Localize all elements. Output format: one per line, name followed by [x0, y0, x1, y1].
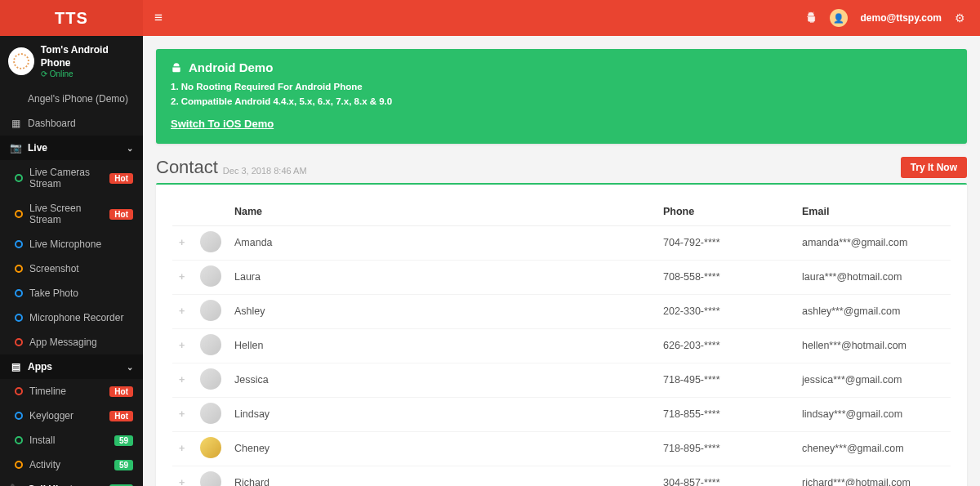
sidebar-item-phone[interactable]: 📞 Call Hisotry 484: [0, 477, 143, 486]
status-icon: [15, 265, 23, 273]
sidebar-item-live-5[interactable]: Microphone Recorder: [3, 305, 143, 330]
contact-avatar-icon: [200, 265, 221, 287]
sidebar-item-dashboard[interactable]: ▦ Dashboard: [0, 111, 143, 136]
contact-name: Hellen: [228, 328, 657, 363]
sidebar-item-live-0[interactable]: Live Cameras StreamHot: [3, 160, 143, 196]
expand-row-icon[interactable]: +: [172, 260, 194, 294]
sidebar-section-apps[interactable]: ▤ Apps ⌄: [0, 354, 143, 379]
sidebar-item-label: Screenshot: [29, 263, 133, 274]
sidebar-item-live-1[interactable]: Live Screen StreamHot: [3, 196, 143, 232]
contact-phone: 718-855-****: [657, 397, 795, 431]
expand-row-icon[interactable]: +: [172, 225, 194, 260]
contact-avatar-icon: [200, 334, 221, 355]
sidebar-item-iphone-demo[interactable]: Angel's iPhone (Demo): [0, 87, 143, 111]
contacts-card: Name Phone Email + Amanda 704-792-**** a…: [156, 183, 967, 486]
sidebar-section-live[interactable]: 📷 Live ⌄: [0, 136, 143, 160]
banner-title: Android Demo: [189, 60, 273, 74]
contact-avatar-icon: [200, 368, 221, 390]
status-icon: [15, 289, 23, 297]
contact-avatar-icon: [200, 403, 221, 424]
sidebar-item-apps-0[interactable]: Timeline Hot: [3, 379, 143, 404]
sidebar-item-apps-3[interactable]: Activity 59: [3, 453, 143, 477]
brand-logo[interactable]: TTS: [0, 0, 143, 36]
sidebar-item-label: Timeline: [29, 386, 103, 397]
contact-avatar-icon: [200, 471, 221, 486]
try-it-now-button[interactable]: Try It Now: [901, 157, 967, 178]
sidebar-item-live-4[interactable]: Take Photo: [3, 281, 143, 305]
user-avatar-icon[interactable]: 👤: [830, 9, 848, 27]
contact-name: Jessica: [228, 363, 657, 397]
banner-line: 1. No Rooting Required For Android Phone: [171, 79, 952, 94]
badge: 59: [114, 460, 133, 470]
sidebar-item-live-3[interactable]: Screenshot: [3, 256, 143, 281]
sidebar-item-apps-1[interactable]: Keylogger Hot: [3, 404, 143, 428]
sidebar-item-apps-2[interactable]: Install 59: [3, 428, 143, 453]
expand-row-icon[interactable]: +: [172, 466, 194, 486]
sidebar-item-live-6[interactable]: App Messaging: [3, 330, 143, 354]
table-row[interactable]: + Richard 304-857-**** richard***@hotmai…: [172, 466, 951, 486]
contact-email: richard***@hotmail.com: [795, 466, 951, 486]
dashboard-icon: ▦: [10, 118, 21, 129]
contact-email: lindsay***@gmail.com: [795, 397, 951, 431]
sidebar-item-label: Take Photo: [29, 288, 133, 299]
table-row[interactable]: + Amanda 704-792-**** amanda***@gmail.co…: [172, 225, 951, 260]
sidebar-item-label: Keylogger: [29, 410, 103, 421]
settings-icon[interactable]: ⚙: [955, 11, 965, 25]
expand-row-icon[interactable]: +: [172, 328, 194, 363]
sidebar: Tom's Android Phone Online Angel's iPhon…: [0, 36, 143, 486]
grid-icon: ▤: [10, 361, 21, 372]
contact-phone: 304-857-****: [657, 466, 795, 486]
contact-phone: 718-495-****: [657, 363, 795, 397]
device-panel[interactable]: Tom's Android Phone Online: [0, 36, 143, 87]
table-row[interactable]: + Hellen 626-203-**** hellen***@hotmail.…: [172, 328, 951, 363]
switch-demo-link[interactable]: Switch To iOS Demo: [171, 118, 274, 130]
expand-row-icon[interactable]: +: [172, 431, 194, 466]
menu-toggle-icon[interactable]: ≡: [143, 10, 174, 26]
contact-phone: 202-330-****: [657, 294, 795, 328]
device-status: Online: [41, 69, 135, 78]
brand-text: TTS: [55, 9, 88, 28]
status-icon: [15, 174, 23, 182]
contact-avatar-icon: [200, 300, 221, 321]
expand-row-icon[interactable]: +: [172, 294, 194, 328]
status-icon: [15, 436, 23, 444]
status-icon: [15, 338, 23, 346]
col-name: Name: [228, 198, 657, 226]
contact-phone: 718-895-****: [657, 431, 795, 466]
sidebar-item-label: Install: [29, 435, 108, 446]
android-icon[interactable]: [805, 11, 817, 25]
table-row[interactable]: + Cheney 718-895-**** cheney***@gmail.co…: [172, 431, 951, 466]
sidebar-item-label: App Messaging: [29, 337, 133, 348]
page-timestamp: Dec 3, 2018 8:46 AM: [223, 166, 307, 178]
table-row[interactable]: + Jessica 718-495-**** jessica***@gmail.…: [172, 363, 951, 397]
table-row[interactable]: + Ashley 202-330-**** ashley***@gmail.co…: [172, 294, 951, 328]
sidebar-item-label: Live Microphone: [29, 239, 133, 250]
badge: Hot: [109, 411, 133, 421]
header-actions: 👤 demo@ttspy.com ⚙: [792, 9, 981, 27]
sidebar-item-live-2[interactable]: Live Microphone: [3, 232, 143, 256]
table-row[interactable]: + Lindsay 718-855-**** lindsay***@gmail.…: [172, 397, 951, 431]
device-avatar-icon: [8, 47, 34, 75]
contact-avatar-icon: [200, 437, 221, 458]
contact-email: hellen***@hotmail.com: [795, 328, 951, 363]
contact-email: amanda***@gmail.com: [795, 225, 951, 260]
expand-row-icon[interactable]: +: [172, 363, 194, 397]
contact-phone: 626-203-****: [657, 328, 795, 363]
sidebar-item-label: Live Cameras Stream: [29, 167, 103, 189]
status-icon: [15, 412, 23, 420]
status-icon: [15, 210, 23, 218]
table-row[interactable]: + Laura 708-558-**** laura***@hotmail.co…: [172, 260, 951, 294]
camera-icon: 📷: [10, 142, 21, 154]
status-icon: [15, 240, 23, 248]
badge: 59: [114, 435, 133, 446]
contact-name: Amanda: [228, 225, 657, 260]
contact-email: ashley***@gmail.com: [795, 294, 951, 328]
expand-row-icon[interactable]: +: [172, 397, 194, 431]
contact-name: Lindsay: [228, 397, 657, 431]
contact-email: laura***@hotmail.com: [795, 260, 951, 294]
user-email[interactable]: demo@ttspy.com: [861, 12, 942, 24]
demo-banner: Android Demo 1. No Rooting Required For …: [156, 49, 967, 144]
col-email: Email: [795, 198, 951, 226]
main-content: Android Demo 1. No Rooting Required For …: [143, 36, 980, 486]
contact-name: Cheney: [228, 431, 657, 466]
